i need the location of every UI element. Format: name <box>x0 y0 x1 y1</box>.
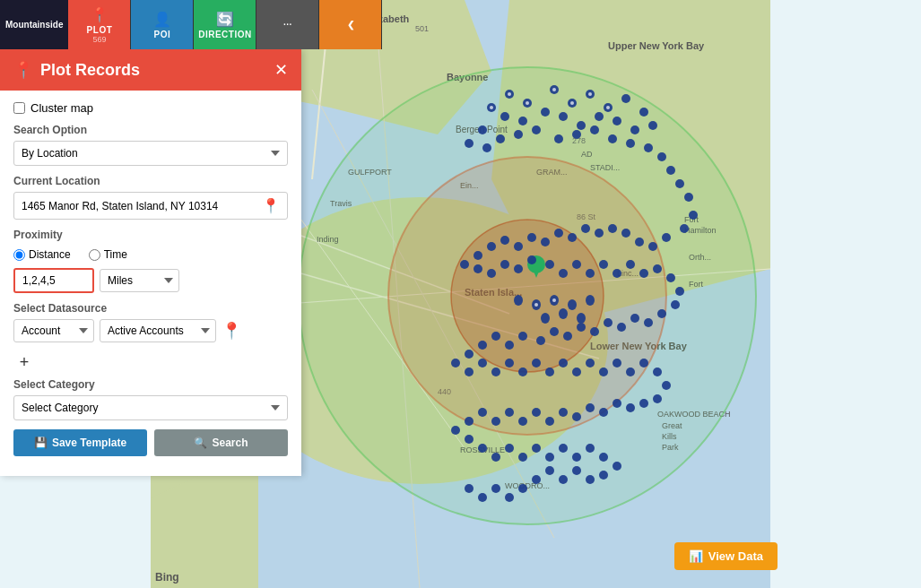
svg-point-175 <box>491 453 500 462</box>
svg-point-71 <box>541 108 550 117</box>
time-radio-item: Time <box>89 248 127 261</box>
svg-point-136 <box>505 341 514 350</box>
datasource-type-select[interactable]: Account Contact Lead <box>13 319 94 342</box>
svg-point-169 <box>491 417 500 426</box>
svg-text:Bing: Bing <box>155 571 179 584</box>
svg-point-143 <box>491 368 500 376</box>
view-data-button[interactable]: 📊 View Data <box>674 542 778 570</box>
plot-button[interactable]: 📍 PLOT 569 <box>68 0 131 49</box>
svg-point-137 <box>491 332 500 341</box>
svg-point-187 <box>572 466 581 475</box>
svg-point-146 <box>532 359 541 368</box>
svg-point-211 <box>552 298 556 302</box>
svg-point-142 <box>478 359 487 368</box>
search-button[interactable]: 🔍 Search <box>154 429 288 456</box>
datasource-label: Select Datasource <box>13 302 288 315</box>
search-option-label: Search Option <box>13 124 288 136</box>
datasource-group: Select Datasource Account Contact Lead A… <box>13 302 288 342</box>
svg-point-171 <box>465 417 474 426</box>
svg-point-104 <box>500 236 509 245</box>
miles-select[interactable]: Miles Kilometers <box>100 269 179 292</box>
svg-point-95 <box>621 229 630 238</box>
save-template-button[interactable]: 💾 Save Template <box>13 429 147 456</box>
svg-point-189 <box>545 466 554 475</box>
more-button[interactable]: ··· <box>256 0 319 49</box>
view-data-label: View Data <box>708 549 763 563</box>
search-option-select[interactable]: By Location By Area By Route <box>13 141 288 166</box>
svg-point-190 <box>532 475 541 484</box>
svg-point-89 <box>684 193 693 202</box>
time-radio[interactable] <box>89 249 100 261</box>
svg-point-105 <box>487 242 496 251</box>
svg-point-186 <box>586 475 595 484</box>
svg-point-94 <box>635 238 644 246</box>
svg-point-78 <box>514 130 523 139</box>
search-option-group: Search Option By Location By Area By Rou… <box>13 124 288 166</box>
svg-point-98 <box>581 224 590 233</box>
save-icon: 💾 <box>34 437 48 449</box>
svg-point-182 <box>586 444 595 453</box>
svg-point-193 <box>491 484 500 493</box>
category-group: Select Category Select Category <box>13 378 288 420</box>
poi-button[interactable]: 👤 POI <box>131 0 194 49</box>
svg-point-117 <box>599 260 608 269</box>
svg-point-201 <box>541 313 550 324</box>
plot-icon: 📍 <box>91 6 109 23</box>
svg-point-165 <box>545 417 554 426</box>
category-select[interactable]: Select Category <box>13 395 288 420</box>
svg-point-90 <box>689 211 698 220</box>
svg-point-103 <box>514 242 523 251</box>
save-template-label: Save Template <box>52 437 126 449</box>
current-location-input[interactable] <box>22 200 262 212</box>
svg-point-125 <box>657 309 666 318</box>
svg-point-63 <box>621 94 630 103</box>
svg-point-133 <box>550 327 559 336</box>
panel-body: Cluster map Search Option By Location By… <box>0 91 301 467</box>
cluster-map-checkbox[interactable] <box>13 102 25 114</box>
svg-point-120 <box>639 269 648 278</box>
collapse-button[interactable]: ❮ <box>319 0 382 49</box>
svg-point-128 <box>617 323 626 332</box>
datasource-filter-select[interactable]: Active Accounts All Accounts <box>100 319 216 342</box>
action-row: 💾 Save Template 🔍 Search <box>13 429 288 456</box>
svg-point-161 <box>599 408 608 417</box>
svg-point-192 <box>505 493 514 502</box>
svg-point-141 <box>465 368 474 376</box>
svg-point-164 <box>559 408 568 417</box>
svg-point-167 <box>518 417 527 426</box>
svg-point-151 <box>599 368 608 376</box>
svg-point-86 <box>657 152 666 161</box>
svg-point-195 <box>465 484 474 493</box>
svg-point-154 <box>639 359 648 368</box>
svg-point-102 <box>527 233 536 242</box>
svg-point-158 <box>639 399 648 408</box>
side-panel: 📍 Plot Records ✕ Cluster map Search Opti… <box>0 49 301 476</box>
svg-point-100 <box>554 229 563 238</box>
svg-point-153 <box>626 368 635 376</box>
svg-point-202 <box>559 308 568 319</box>
svg-point-152 <box>613 359 621 368</box>
direction-button[interactable]: 🔄 DIRECTION <box>194 0 256 49</box>
panel-close-button[interactable]: ✕ <box>274 60 288 80</box>
distance-input[interactable] <box>13 268 94 293</box>
poi-label: POI <box>154 30 171 39</box>
category-label: Select Category <box>13 378 288 391</box>
svg-point-172 <box>451 426 460 435</box>
svg-point-121 <box>653 264 662 273</box>
svg-point-184 <box>613 462 621 471</box>
distance-radio[interactable] <box>13 249 25 261</box>
svg-point-65 <box>648 121 657 130</box>
svg-point-112 <box>527 255 536 264</box>
view-data-icon: 📊 <box>689 549 703 563</box>
svg-point-178 <box>532 444 541 453</box>
svg-point-170 <box>478 408 487 417</box>
add-datasource-button[interactable]: + <box>13 351 35 373</box>
svg-point-183 <box>599 453 608 462</box>
current-location-label: Current Location <box>13 175 288 187</box>
svg-point-96 <box>608 224 617 233</box>
svg-point-111 <box>514 264 523 273</box>
svg-point-88 <box>675 179 684 188</box>
svg-point-134 <box>536 336 545 345</box>
plot-label: PLOT <box>87 25 113 35</box>
svg-point-209 <box>588 92 592 96</box>
